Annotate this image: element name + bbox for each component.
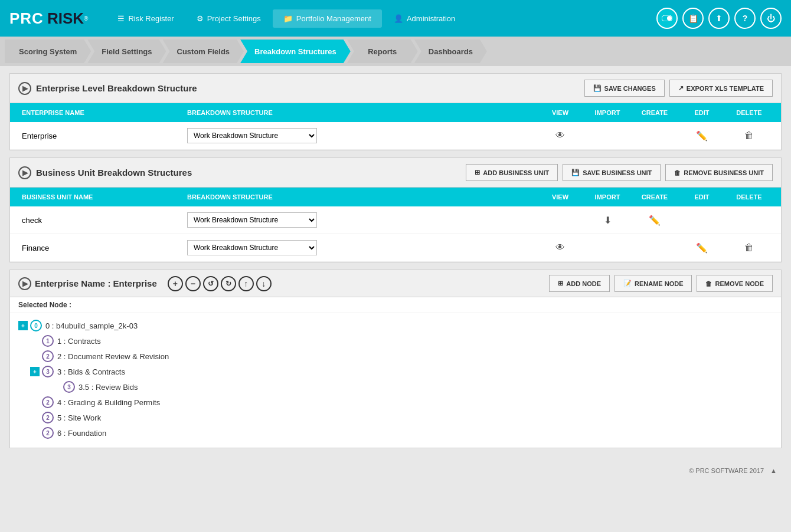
enterprise-view-button[interactable]: 👁 xyxy=(555,130,565,141)
tree-remove-btn[interactable]: − xyxy=(185,276,201,291)
save-bu-icon: 💾 xyxy=(571,169,580,176)
tree-node-1[interactable]: 1 1 : Contracts xyxy=(18,333,773,349)
bu-finance-delete: 🗑 xyxy=(725,240,773,255)
bu-check-import-button[interactable]: ⬇ xyxy=(604,215,612,226)
tree-node-6[interactable]: 2 6 : Foundation xyxy=(18,425,773,441)
tab-breakdown-structures-label: Breakdown Structures xyxy=(254,47,336,56)
remove-node-button[interactable]: 🗑 REMOVE NODE xyxy=(697,275,773,292)
tab-custom-fields[interactable]: Custom Fields xyxy=(163,40,244,63)
tree-rotate-left-btn[interactable]: ↺ xyxy=(203,276,218,291)
enterprise-section: ▶ Enterprise Level Breakdown Structure 💾… xyxy=(9,73,782,150)
tree-rotate-right-btn[interactable]: ↻ xyxy=(221,276,236,291)
toggle-icon-button[interactable] xyxy=(656,8,678,29)
tree-down-btn[interactable]: ↓ xyxy=(256,276,272,291)
tree-node-3[interactable]: + 3 3 : Bids & Contracts xyxy=(18,364,773,379)
nav-risk-register-label: Risk Register xyxy=(128,14,174,23)
tree-actions: ⊞ ADD NODE 📝 RENAME NODE 🗑 REMOVE NODE xyxy=(549,275,773,292)
enterprise-expand-btn[interactable]: ▶ xyxy=(18,82,31,95)
expand-icon-3[interactable]: + xyxy=(30,367,40,376)
th-bu-name: BUSINESS UNIT NAME xyxy=(18,191,184,203)
risk-register-icon: ☰ xyxy=(117,14,125,23)
bu-check-delete xyxy=(725,218,773,222)
rename-node-button[interactable]: 📝 RENAME NODE xyxy=(615,275,692,292)
nav-administration[interactable]: 👤 Administration xyxy=(383,9,466,28)
tab-breakdown-structures[interactable]: Breakdown Structures xyxy=(240,40,351,63)
enterprise-row: Enterprise Work Breakdown Structure Risk… xyxy=(10,122,781,150)
th-enterprise-name: ENTERPRISE NAME xyxy=(18,107,184,119)
logo-risk: RISK xyxy=(47,9,84,28)
upload-button[interactable]: ⬆ xyxy=(708,8,730,29)
expand-icon-root[interactable]: + xyxy=(18,321,28,330)
business-expand-btn[interactable]: ▶ xyxy=(18,166,31,179)
th-bu-create: CREATE xyxy=(631,191,678,203)
node-label-3-5: 3.5 : Review Bids xyxy=(79,383,138,392)
nav-risk-register[interactable]: ☰ Risk Register xyxy=(107,9,184,28)
tree-node-5[interactable]: 2 5 : Site Work xyxy=(18,410,773,425)
tab-dashboards[interactable]: Dashboards xyxy=(414,40,487,63)
power-icon: ⏻ xyxy=(767,14,775,23)
bu-finance-structure-select[interactable]: Work Breakdown Structure Risk Breakdown … xyxy=(187,240,317,255)
tree-node-4[interactable]: 2 4 : Grading & Building Permits xyxy=(18,395,773,410)
nav-project-settings-label: Project Settings xyxy=(207,14,261,23)
enterprise-delete-button[interactable]: 🗑 xyxy=(744,130,754,141)
enterprise-edit-cell: ✏️ xyxy=(678,128,725,144)
th-breakdown-structure: BREAKDOWN STRUCTURE xyxy=(184,107,537,119)
enterprise-create-cell xyxy=(631,133,678,138)
tree-up-btn[interactable]: ↑ xyxy=(238,276,254,291)
bu-row-check: check Work Breakdown Structure Risk Brea… xyxy=(10,206,781,234)
bu-check-create-button[interactable]: ✏️ xyxy=(649,215,661,226)
save-changes-button[interactable]: 💾 SAVE CHANGES xyxy=(584,80,665,97)
nav-links: ☰ Risk Register ⚙ Project Settings 📁 Por… xyxy=(107,9,656,28)
bu-finance-edit: ✏️ xyxy=(678,240,725,256)
bu-finance-delete-button[interactable]: 🗑 xyxy=(744,242,754,253)
remove-business-unit-button[interactable]: 🗑 REMOVE BUSINESS UNIT xyxy=(665,164,773,181)
calendar-icon: 📋 xyxy=(688,14,698,23)
th-bu-delete: DELETE xyxy=(725,191,773,203)
tab-custom-fields-label: Custom Fields xyxy=(177,47,230,56)
node-label-4: 4 : Grading & Building Permits xyxy=(57,398,160,407)
save-changes-label: SAVE CHANGES xyxy=(604,85,656,92)
svg-point-1 xyxy=(667,16,672,21)
enterprise-structure-select[interactable]: Work Breakdown Structure Risk Breakdown … xyxy=(187,128,317,143)
tree-node-root[interactable]: + 0 0 : b4ubuild_sample_2k-03 xyxy=(18,318,773,333)
bu-check-structure-select[interactable]: Work Breakdown Structure Risk Breakdown … xyxy=(187,212,317,228)
bu-check-view xyxy=(537,218,584,222)
power-button[interactable]: ⏻ xyxy=(760,8,782,29)
node-badge-3: 3 xyxy=(42,366,54,377)
bu-finance-edit-button[interactable]: ✏️ xyxy=(696,242,708,254)
node-badge-5: 2 xyxy=(42,412,54,423)
tree-add-btn[interactable]: + xyxy=(168,276,183,291)
add-business-unit-button[interactable]: ⊞ ADD BUSINESS UNIT xyxy=(466,164,558,181)
save-business-unit-label: SAVE BUSINESS UNIT xyxy=(583,169,652,176)
business-unit-section-title: Business Unit Breakdown Structures xyxy=(36,168,192,178)
enterprise-section-title: Enterprise Level Breakdown Structure xyxy=(36,83,197,93)
add-node-button[interactable]: ⊞ ADD NODE xyxy=(549,275,610,292)
calendar-button[interactable]: 📋 xyxy=(682,8,704,29)
remove-node-icon: 🗑 xyxy=(705,280,712,287)
bu-finance-view-button[interactable]: 👁 xyxy=(555,242,565,253)
tree-expand-btn[interactable]: ▶ xyxy=(18,277,31,290)
export-xls-button[interactable]: ↗ EXPORT XLS TEMPLATE xyxy=(669,80,773,97)
tab-scoring-system[interactable]: Scoring System xyxy=(5,40,91,63)
add-node-label: ADD NODE xyxy=(566,280,601,287)
tab-field-settings[interactable]: Field Settings xyxy=(87,40,166,63)
tab-bar: Scoring System Field Settings Custom Fie… xyxy=(0,37,791,66)
remove-node-label: REMOVE NODE xyxy=(715,280,764,287)
tree-section-title: Enterprise Name : Enterprise xyxy=(35,278,157,288)
help-button[interactable]: ? xyxy=(734,8,756,29)
main-content: ▶ Enterprise Level Breakdown Structure 💾… xyxy=(0,66,791,462)
enterprise-edit-button[interactable]: ✏️ xyxy=(696,130,708,142)
tree-node-2[interactable]: 2 2 : Document Review & Revision xyxy=(18,349,773,364)
nav-project-settings[interactable]: ⚙ Project Settings xyxy=(186,9,272,28)
tree-node-3-5[interactable]: 3 3.5 : Review Bids xyxy=(18,379,773,395)
th-bu-edit: EDIT xyxy=(678,191,725,203)
save-business-unit-button[interactable]: 💾 SAVE BUSINESS UNIT xyxy=(563,164,661,181)
nav-portfolio-management[interactable]: 📁 Portfolio Management xyxy=(273,9,382,28)
tab-reports[interactable]: Reports xyxy=(347,40,418,63)
bu-check-name: check xyxy=(18,214,184,227)
th-create: CREATE xyxy=(631,107,678,119)
enterprise-title-area: ▶ Enterprise Level Breakdown Structure xyxy=(18,82,197,95)
remove-bu-icon: 🗑 xyxy=(674,169,681,176)
bu-row-finance: Finance Work Breakdown Structure Risk Br… xyxy=(10,234,781,262)
node-label-6: 6 : Foundation xyxy=(57,429,106,438)
